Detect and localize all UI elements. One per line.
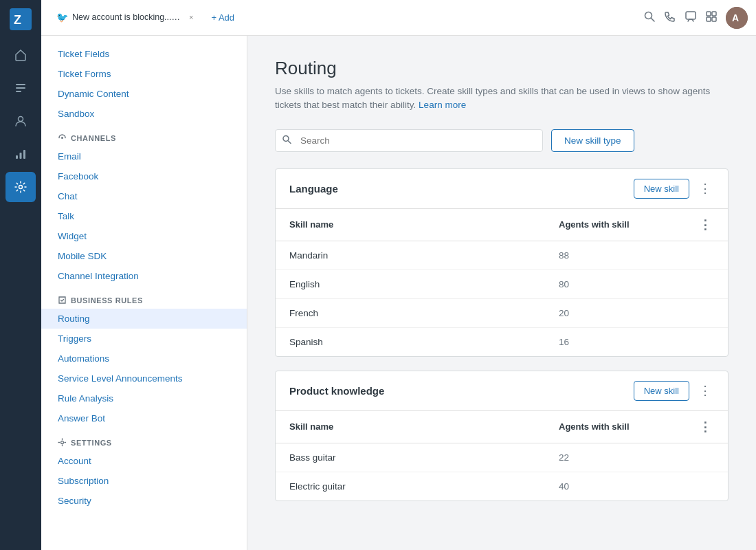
language-card-header: Language New skill ⋮ (276, 169, 728, 209)
sidebar-item-sandbox[interactable]: Sandbox (41, 104, 247, 124)
sidebar-item-channel-integration[interactable]: Channel Integration (41, 266, 247, 286)
row-actions-cell (682, 327, 728, 356)
new-skill-type-button[interactable]: New skill type (551, 129, 634, 152)
svg-rect-15 (712, 17, 716, 21)
main-wrapper: 🐦 New account is blocking... #82790 × + … (41, 0, 756, 550)
svg-rect-11 (686, 12, 696, 19)
language-skill-card: Language New skill ⋮ Skill name Agents w… (275, 168, 729, 357)
table-row: Mandarin 88 (276, 241, 728, 270)
main-content: Routing Use skills to match agents to ti… (247, 36, 756, 550)
pk-agents-col-header: Agents with skill (545, 411, 682, 443)
settings-nav-icon[interactable] (5, 172, 36, 202)
skill-name-cell: Electric guitar (276, 472, 545, 500)
chat-icon[interactable] (685, 10, 697, 25)
sidebar-item-facebook[interactable]: Facebook (41, 166, 247, 186)
sidebar-item-dynamic-content[interactable]: Dynamic Content (41, 84, 247, 104)
pk-actions-col-header: ⋮ (682, 411, 728, 443)
avatar[interactable]: A (726, 7, 748, 29)
tab-close-button[interactable]: × (189, 13, 193, 21)
sidebar-item-answer-bot[interactable]: Answer Bot (41, 408, 247, 428)
product-knowledge-skill-card: Product knowledge New skill ⋮ Skill name… (275, 371, 729, 501)
icon-bar: Z (0, 0, 41, 550)
svg-text:A: A (732, 12, 739, 23)
sidebar-item-security[interactable]: Security (41, 491, 247, 511)
row-actions-cell (682, 443, 728, 472)
search-icon (282, 135, 291, 146)
skill-name-col-header: Skill name (276, 209, 545, 241)
agents-count-cell: 40 (545, 472, 682, 500)
sidebar-item-routing[interactable]: Routing (41, 309, 247, 329)
agents-col-header: Agents with skill (545, 209, 682, 241)
sidebar-item-subscription[interactable]: Subscription (41, 471, 247, 491)
sidebar-item-sla[interactable]: Service Level Announcements (41, 368, 247, 388)
svg-rect-14 (707, 17, 711, 21)
search-input[interactable] (275, 129, 543, 152)
search-bar: New skill type (275, 129, 729, 152)
agents-count-cell: 16 (545, 327, 682, 356)
table-header-menu[interactable]: ⋮ (696, 217, 714, 233)
svg-rect-3 (16, 87, 25, 89)
row-actions-cell (682, 472, 728, 500)
table-row: Spanish 16 (276, 327, 728, 356)
table-row: French 20 (276, 298, 728, 327)
svg-rect-12 (707, 12, 711, 16)
agents-count-cell: 20 (545, 298, 682, 327)
svg-rect-4 (16, 91, 21, 92)
sidebar-item-rule-analysis[interactable]: Rule Analysis (41, 388, 247, 408)
users-nav-icon[interactable] (5, 106, 36, 136)
business-rules-section-header: BUSINESS RULES (41, 286, 247, 309)
svg-rect-6 (16, 155, 18, 159)
logo: Z (8, 7, 33, 32)
sidebar-item-talk[interactable]: Talk (41, 206, 247, 226)
learn-more-link[interactable]: Learn more (419, 100, 466, 110)
skill-name-cell: English (276, 270, 545, 298)
sidebar-item-email[interactable]: Email (41, 146, 247, 166)
sidebar-item-chat[interactable]: Chat (41, 186, 247, 206)
language-new-skill-button[interactable]: New skill (634, 179, 689, 199)
product-new-skill-button[interactable]: New skill (634, 381, 689, 401)
tab-item[interactable]: 🐦 New account is blocking... #82790 × (49, 0, 200, 36)
search-topbar-icon[interactable] (643, 10, 656, 25)
row-actions-cell (682, 270, 728, 298)
language-card-menu-button[interactable]: ⋮ (696, 179, 714, 197)
skill-name-cell: Bass guitar (276, 443, 545, 472)
topbar-right: A (643, 7, 748, 29)
svg-rect-8 (23, 150, 25, 159)
svg-point-9 (19, 186, 23, 189)
table-row: Bass guitar 22 (276, 443, 728, 472)
svg-point-20 (283, 136, 289, 142)
skill-name-cell: Mandarin (276, 241, 545, 270)
add-tab-button[interactable]: + Add (205, 12, 240, 23)
sidebar-item-ticket-fields[interactable]: Ticket Fields (41, 44, 247, 64)
agents-count-cell: 22 (545, 443, 682, 472)
tab-label: New account is blocking... #82790 (72, 12, 182, 22)
product-knowledge-card-actions: New skill ⋮ (634, 381, 714, 401)
page-description: Use skills to match agents to tickets. C… (275, 85, 729, 113)
content-area: Ticket Fields Ticket Forms Dynamic Conte… (41, 36, 756, 550)
home-nav-icon[interactable] (5, 40, 36, 70)
language-skill-table: Skill name Agents with skill ⋮ Mandarin … (276, 209, 728, 356)
channels-section-header: CHANNELS (41, 124, 247, 146)
apps-icon[interactable] (705, 10, 718, 25)
language-card-actions: New skill ⋮ (634, 179, 714, 199)
product-knowledge-card-menu-button[interactable]: ⋮ (696, 382, 714, 399)
tickets-nav-icon[interactable] (5, 73, 36, 103)
product-knowledge-card-title: Product knowledge (289, 385, 384, 397)
sidebar-item-widget[interactable]: Widget (41, 226, 247, 246)
phone-icon[interactable] (664, 10, 676, 25)
language-card-title: Language (289, 183, 338, 195)
table-row: English 80 (276, 270, 728, 298)
pk-table-header-menu[interactable]: ⋮ (696, 419, 714, 435)
sidebar-item-mobile-sdk[interactable]: Mobile SDK (41, 246, 247, 266)
product-knowledge-card-header: Product knowledge New skill ⋮ (276, 371, 728, 411)
reports-nav-icon[interactable] (5, 139, 36, 169)
sidebar-item-account[interactable]: Account (41, 451, 247, 471)
table-row: Electric guitar 40 (276, 472, 728, 500)
sidebar-item-ticket-forms[interactable]: Ticket Forms (41, 64, 247, 84)
row-actions-cell (682, 298, 728, 327)
pk-skill-name-col-header: Skill name (276, 411, 545, 443)
sidebar-item-automations[interactable]: Automations (41, 349, 247, 368)
sidebar-item-triggers[interactable]: Triggers (41, 329, 247, 349)
product-knowledge-skill-table: Skill name Agents with skill ⋮ Bass guit… (276, 411, 728, 500)
skill-name-cell: French (276, 298, 545, 327)
